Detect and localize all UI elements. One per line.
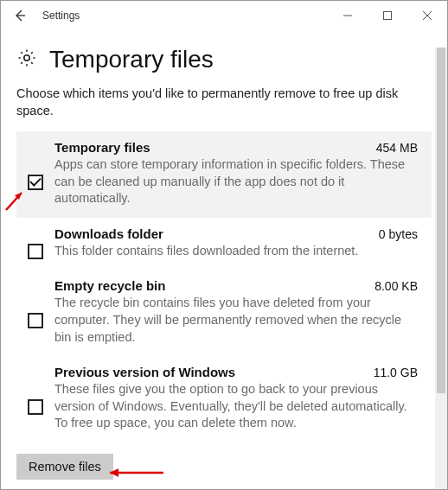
minimize-button[interactable] xyxy=(328,1,368,30)
gear-icon xyxy=(16,48,37,72)
titlebar: Settings xyxy=(1,1,447,30)
item-desc: Apps can store temporary information in … xyxy=(54,155,418,207)
page-header: Temporary files xyxy=(16,30,432,86)
item-size: 454 MB xyxy=(369,141,418,155)
list-item[interactable]: Empty recycle bin8.00 KBThe recycle bin … xyxy=(16,270,432,356)
checkbox-col xyxy=(20,278,51,346)
list-item[interactable]: Previous version of Windows11.0 GBThese … xyxy=(16,356,432,442)
checkbox-col xyxy=(20,365,51,432)
list-item[interactable]: Downloads folder0 bytesThis folder conta… xyxy=(16,218,432,270)
page-intro: Choose which items you'd like to permane… xyxy=(16,86,432,119)
close-button[interactable] xyxy=(407,1,447,30)
list-item[interactable]: Temporary files454 MBApps can store temp… xyxy=(16,131,432,218)
scrollbar-thumb[interactable] xyxy=(437,48,445,393)
item-size: 11.0 GB xyxy=(367,366,418,379)
items-list: Temporary files454 MBApps can store temp… xyxy=(16,131,432,442)
window-title: Settings xyxy=(39,10,80,22)
item-title: Empty recycle bin xyxy=(54,278,368,293)
item-title: Previous version of Windows xyxy=(54,365,367,379)
back-button[interactable] xyxy=(1,1,39,30)
svg-rect-2 xyxy=(384,12,392,20)
remove-files-button[interactable]: Remove files xyxy=(16,454,113,480)
checkbox[interactable] xyxy=(28,313,43,328)
item-title: Downloads folder xyxy=(54,226,372,241)
item-desc: These files give you the option to go ba… xyxy=(54,379,418,432)
svg-point-5 xyxy=(24,55,29,60)
item-body: Temporary files454 MBApps can store temp… xyxy=(51,140,423,207)
item-size: 0 bytes xyxy=(372,227,418,241)
page-title: Temporary files xyxy=(49,46,214,73)
item-size: 8.00 KB xyxy=(368,279,418,293)
item-desc: This folder contains files downloaded fr… xyxy=(54,241,418,260)
item-title: Temporary files xyxy=(54,140,369,155)
item-body: Previous version of Windows11.0 GBThese … xyxy=(51,365,423,432)
checkbox[interactable] xyxy=(28,399,43,415)
item-body: Downloads folder0 bytesThis folder conta… xyxy=(51,226,423,260)
item-desc: The recycle bin contains files you have … xyxy=(54,293,418,346)
checkbox[interactable] xyxy=(28,244,43,259)
maximize-button[interactable] xyxy=(368,1,407,30)
content-area: Temporary files Choose which items you'd… xyxy=(1,30,447,488)
item-body: Empty recycle bin8.00 KBThe recycle bin … xyxy=(51,278,423,346)
checkbox-col xyxy=(20,226,51,260)
checkbox-col xyxy=(20,140,51,207)
checkbox[interactable] xyxy=(28,175,43,190)
